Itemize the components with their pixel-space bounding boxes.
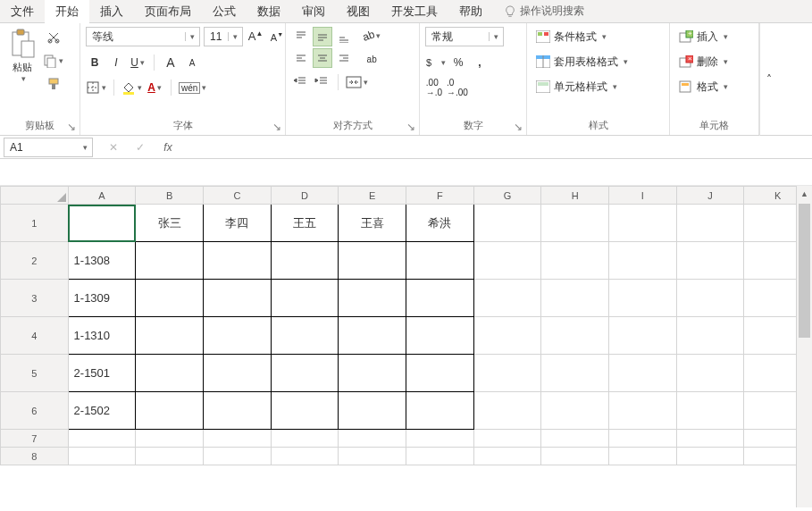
phonetic-button[interactable]: wén▾ — [179, 79, 206, 96]
cell-B5[interactable] — [136, 355, 204, 392]
vertical-scrollbar[interactable]: ▲ — [796, 186, 812, 507]
cell-D5[interactable] — [271, 355, 339, 392]
cell-I5[interactable] — [609, 355, 677, 392]
cell-E4[interactable] — [339, 317, 406, 355]
cell-J2[interactable] — [676, 242, 744, 280]
cell-C4[interactable] — [204, 317, 272, 355]
cell-H7[interactable] — [541, 430, 609, 448]
cell-C3[interactable] — [204, 280, 272, 317]
scroll-thumb[interactable] — [799, 204, 810, 338]
cell-F7[interactable] — [406, 430, 474, 448]
col-header-J[interactable]: J — [676, 187, 744, 205]
cell-B8[interactable] — [136, 448, 204, 465]
tab-file[interactable]: 文件 — [0, 0, 45, 23]
decrease-font-size-button[interactable]: A▼ — [268, 28, 286, 46]
format-painter-button[interactable] — [43, 75, 63, 93]
decrease-decimal-button[interactable]: .0→.00 — [447, 79, 468, 96]
tab-developer[interactable]: 开发工具 — [381, 0, 448, 23]
cell-F3[interactable] — [406, 280, 474, 317]
cell-H8[interactable] — [541, 448, 609, 465]
cell-A5[interactable]: 2-1501 — [68, 355, 136, 392]
cell-I4[interactable] — [609, 317, 677, 355]
copy-button[interactable]: ▾ — [43, 52, 63, 70]
cell-C8[interactable] — [204, 448, 272, 465]
cell-C7[interactable] — [204, 430, 272, 448]
cell-A2[interactable]: 1-1308 — [68, 242, 136, 280]
cell-C2[interactable] — [204, 242, 272, 280]
percent-format-button[interactable]: % — [449, 54, 467, 71]
row-header-2[interactable]: 2 — [1, 242, 69, 280]
decrease-font-button[interactable]: A — [183, 54, 201, 71]
font-size-select[interactable]: 11 ▾ — [204, 27, 243, 46]
tab-review[interactable]: 审阅 — [291, 0, 336, 23]
cell-G7[interactable] — [473, 430, 541, 448]
cell-I1[interactable] — [609, 205, 677, 242]
cell-G2[interactable] — [473, 242, 541, 280]
formula-input[interactable] — [179, 138, 812, 157]
orientation-button[interactable]: ab▾ — [363, 27, 381, 45]
align-middle-button[interactable] — [313, 27, 332, 46]
tab-data[interactable]: 数据 — [247, 0, 291, 23]
cell-I2[interactable] — [609, 242, 677, 280]
align-bottom-button[interactable] — [334, 27, 354, 46]
cell-I3[interactable] — [609, 280, 677, 317]
align-right-button[interactable] — [334, 48, 354, 68]
format-as-table-button[interactable]: 套用表格格式▾ — [532, 52, 632, 71]
format-cells-button[interactable]: 格式▾ — [675, 77, 732, 96]
cell-I6[interactable] — [609, 392, 677, 430]
cell-E7[interactable] — [339, 430, 406, 448]
cell-G5[interactable] — [473, 355, 541, 392]
cell-J3[interactable] — [676, 280, 744, 317]
tab-view[interactable]: 视图 — [336, 0, 381, 23]
col-header-D[interactable]: D — [271, 187, 339, 205]
italic-button[interactable]: I — [107, 54, 125, 71]
col-header-F[interactable]: F — [406, 187, 474, 205]
cell-D8[interactable] — [271, 448, 339, 465]
cell-E1[interactable]: 王喜 — [339, 205, 406, 242]
cell-H3[interactable] — [541, 280, 609, 317]
decrease-indent-button[interactable] — [291, 73, 309, 91]
cell-B7[interactable] — [136, 430, 204, 448]
increase-font-button[interactable]: A — [162, 54, 180, 71]
cell-E8[interactable] — [339, 448, 406, 465]
col-header-G[interactable]: G — [473, 187, 541, 205]
row-header-6[interactable]: 6 — [1, 392, 69, 430]
clipboard-dialog-launcher[interactable]: ↘ — [65, 121, 78, 133]
wrap-text-button[interactable]: ab — [363, 50, 381, 68]
cell-J4[interactable] — [676, 317, 744, 355]
cell-E3[interactable] — [339, 280, 406, 317]
row-header-7[interactable]: 7 — [1, 430, 69, 448]
cell-J8[interactable] — [676, 448, 744, 465]
cell-I7[interactable] — [609, 430, 677, 448]
tab-page-layout[interactable]: 页面布局 — [134, 0, 202, 23]
name-box[interactable]: A1 ▾ — [4, 138, 93, 157]
cell-B4[interactable] — [136, 317, 204, 355]
grid[interactable]: A B C D E F G H I J K 1 张三 李四 王五 王喜 希洪 — [0, 186, 812, 465]
cell-F1[interactable]: 希洪 — [406, 205, 474, 242]
cell-D2[interactable] — [271, 242, 339, 280]
increase-indent-button[interactable] — [313, 73, 331, 91]
borders-button[interactable]: ▾ — [86, 79, 106, 96]
font-dialog-launcher[interactable]: ↘ — [271, 121, 283, 133]
cell-A3[interactable]: 1-1309 — [68, 280, 136, 317]
row-header-8[interactable]: 8 — [1, 448, 69, 465]
cell-E6[interactable] — [339, 392, 406, 430]
cell-J6[interactable] — [676, 392, 744, 430]
cell-A1[interactable] — [68, 205, 136, 242]
cell-A7[interactable] — [68, 430, 136, 448]
cell-I8[interactable] — [609, 448, 677, 465]
accounting-format-button[interactable]: $▾ — [425, 54, 446, 71]
row-header-3[interactable]: 3 — [1, 280, 69, 317]
cell-G6[interactable] — [473, 392, 541, 430]
increase-font-size-button[interactable]: A▲ — [247, 28, 264, 46]
cell-H2[interactable] — [541, 242, 609, 280]
cell-D3[interactable] — [271, 280, 339, 317]
enter-formula-button[interactable]: ✓ — [129, 138, 152, 157]
cell-B1[interactable]: 张三 — [136, 205, 204, 242]
cut-button[interactable] — [43, 29, 63, 46]
paste-button[interactable]: 粘贴 ▾ — [5, 27, 39, 115]
cancel-formula-button[interactable]: ✕ — [102, 138, 125, 157]
font-color-button[interactable]: A▾ — [146, 79, 163, 96]
merge-cells-button[interactable]: ▾ — [346, 73, 368, 91]
select-all-corner[interactable] — [1, 187, 69, 205]
